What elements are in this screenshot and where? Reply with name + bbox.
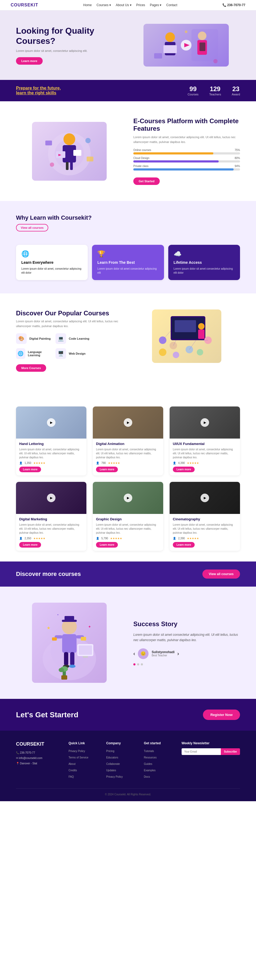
register-button[interactable]: Register Now	[203, 710, 240, 720]
more-courses-wrap: More Courses	[16, 364, 123, 372]
course-card-hand-lettering: ▶ Hand Lettering Lorem ipsum dolor sit a…	[16, 406, 86, 476]
svg-point-32	[159, 348, 166, 356]
footer-quick-link-col: Quick Link Privacy Policy Terms of Servi…	[68, 741, 98, 780]
footer-link-pricing: Pricing	[106, 748, 136, 753]
course-cards-grid: ▶ Hand Lettering Lorem ipsum dolor sit a…	[0, 396, 256, 562]
footer-phone: 📞 236-7070-77	[16, 750, 60, 756]
testimonial: 😊 Sulistyonohadi Best Teacher	[138, 648, 175, 659]
pricing-link[interactable]: Pricing	[106, 749, 114, 752]
course-desc-5: Lorem ipsum dolor sit amet, consectetur …	[173, 523, 237, 535]
students-icon-1: 👤	[96, 461, 99, 465]
dot-2[interactable]	[137, 663, 139, 665]
svg-rect-17	[73, 150, 81, 156]
guides-link[interactable]: Guides	[144, 762, 152, 765]
carousel-next[interactable]: ›	[177, 651, 179, 657]
learn-button-1[interactable]: Learn more	[96, 467, 118, 472]
hero-cta-button[interactable]: Learn more	[16, 57, 43, 65]
painting-icon: 🎨	[16, 333, 27, 344]
policy-link[interactable]: Privacy Policy	[106, 775, 123, 778]
footer-get-started-title: Get started	[144, 741, 173, 745]
stars-1: ★★★★★	[108, 461, 120, 465]
nav-home[interactable]: Home	[83, 3, 92, 7]
nav-prices[interactable]: Prices	[136, 3, 145, 7]
nav-contact[interactable]: Contact	[166, 3, 177, 7]
nav-courses[interactable]: Courses ▾	[96, 3, 111, 7]
stat-teachers: 129 Teachers	[209, 85, 221, 96]
educators-link[interactable]: Educators	[106, 756, 118, 759]
code-icon: 💻	[55, 333, 66, 344]
carousel-prev[interactable]: ‹	[133, 651, 135, 657]
svg-rect-63	[79, 645, 92, 655]
collaborate-link[interactable]: Collaborate	[106, 762, 120, 765]
course-title-0: Hand Lettering	[19, 442, 83, 446]
stat-courses: 99 Courses	[188, 85, 198, 96]
footer-brand-col: COURSEKIT 📞 236-7070-77 ✉ info@coursekit…	[16, 741, 60, 780]
privacy-link[interactable]: Privacy Policy	[68, 749, 85, 752]
learn-button-4[interactable]: Learn more	[96, 542, 118, 547]
faq-link[interactable]: FAQ	[68, 775, 74, 778]
about-link[interactable]: About	[68, 762, 76, 765]
courses-illustration	[152, 309, 221, 363]
svg-rect-20	[87, 157, 93, 161]
why-card-2-title: Lifetime Access	[174, 260, 235, 264]
credits-link[interactable]: Credits	[68, 769, 77, 772]
svg-point-1	[165, 32, 175, 42]
course-title-4: Graphic Design	[96, 517, 160, 521]
courses-title: Discover Our Popular Courses	[16, 309, 123, 317]
footer: COURSEKIT 📞 236-7070-77 ✉ info@coursekit…	[0, 731, 256, 801]
course-body-digital-animation: Digital Animation Lorem ipsum dolor sit …	[93, 439, 163, 476]
stats-tagline: Prepare for the future, learn the right …	[16, 86, 188, 95]
platform-content: E-Courses Platform with Complete Feature…	[133, 117, 240, 185]
testimonial-info: Sulistyonohadi Best Teacher	[152, 650, 175, 657]
newsletter-input[interactable]	[182, 748, 221, 755]
play-button-digital-animation[interactable]: ▶	[124, 418, 132, 427]
footer-quick-link-title: Quick Link	[68, 741, 98, 745]
footer-address: 📍 Danover - Stat	[16, 761, 60, 766]
play-button-cinematography[interactable]: ▶	[201, 493, 209, 502]
course-title-1: Digital Animation	[96, 442, 160, 446]
svg-rect-46	[62, 634, 76, 653]
platform-section: E-Courses Platform with Complete Feature…	[0, 101, 256, 201]
stat-courses-label: Courses	[188, 93, 198, 96]
success-image: ★ ✦ •	[16, 603, 123, 683]
terms-link[interactable]: Terms of Service	[68, 756, 88, 759]
play-button-hand-lettering[interactable]: ▶	[47, 418, 55, 427]
learn-button-2[interactable]: Learn more	[173, 467, 195, 472]
phone-number: 📞 236-7070-77	[223, 3, 245, 7]
platform-cta-button[interactable]: Get Started	[133, 177, 160, 185]
stat-courses-number: 99	[188, 85, 198, 93]
course-img-digital-animation: ▶	[93, 406, 163, 439]
dot-1[interactable]	[133, 663, 136, 665]
dot-3[interactable]	[141, 663, 143, 665]
why-view-all-button[interactable]: View all courses	[16, 224, 48, 231]
nav-pages[interactable]: Pages ▾	[150, 3, 161, 7]
success-title: Success Story	[133, 620, 240, 628]
docs-link[interactable]: Docs	[144, 775, 150, 778]
why-card-0-title: Learn Everywhere	[21, 260, 82, 264]
course-img-uiux: ▶	[170, 406, 240, 439]
nav-about[interactable]: About Us ▾	[116, 3, 131, 7]
play-button-digital-marketing[interactable]: ▶	[47, 493, 55, 502]
resources-link[interactable]: Resources	[144, 756, 156, 759]
updates-link[interactable]: Updates	[106, 769, 116, 772]
svg-point-28	[198, 323, 204, 329]
examples-link[interactable]: Examples	[144, 769, 155, 772]
footer-copyright: © 2024 Coursekit. All Rights Reserved.	[105, 793, 151, 796]
learn-button-3[interactable]: Learn more	[19, 542, 41, 547]
play-button-graphic-design[interactable]: ▶	[124, 493, 132, 502]
learn-button-0[interactable]: Learn more	[19, 467, 41, 472]
subscribe-button[interactable]: Subscribe	[221, 748, 240, 755]
hero-description: Lorem ipsum dolor sit amet, consectetur …	[16, 49, 124, 52]
tutorials-link[interactable]: Tutorials	[144, 749, 154, 752]
play-button-uiux[interactable]: ▶	[201, 418, 209, 427]
discover-more-title: Discover more courses	[16, 571, 81, 578]
learn-button-5[interactable]: Learn more	[173, 542, 195, 547]
students-icon-3: 👤	[19, 537, 22, 540]
view-all-courses-button[interactable]: View all courses	[202, 570, 240, 579]
more-courses-button[interactable]: More Courses	[16, 364, 46, 372]
courses-header-left: Discover Our Popular Courses Lorem ipsum…	[16, 309, 123, 372]
svg-point-14	[63, 134, 75, 145]
course-desc-4: Lorem ipsum dolor sit amet, consectetur …	[96, 523, 160, 535]
course-card-cinematography: ▶ Cinematography Lorem ipsum dolor sit a…	[170, 482, 240, 551]
svg-point-60	[58, 668, 64, 672]
